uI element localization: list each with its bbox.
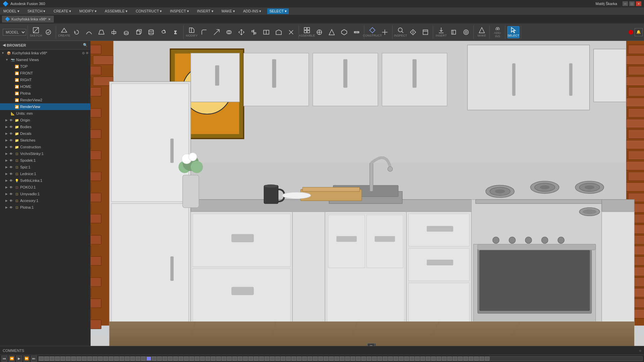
timeline-item[interactable] <box>351 357 355 361</box>
timeline-item[interactable] <box>286 357 291 361</box>
split-body-button[interactable] <box>260 26 272 38</box>
timeline-item[interactable] <box>388 357 393 361</box>
sweep-button[interactable] <box>83 26 95 38</box>
coil-button[interactable] <box>157 26 170 38</box>
press-pull-button[interactable]: MODIFY <box>186 26 198 38</box>
sidebar-item-origin[interactable]: ▶ 👁 📁 Origin <box>0 117 90 123</box>
timeline-item[interactable] <box>222 357 226 361</box>
menu-addins[interactable]: ADD-INS ▾ <box>241 8 263 14</box>
sidebar-item-decals[interactable]: ▶ 👁 📁 Decals <box>0 130 90 137</box>
cylinder-button[interactable] <box>145 26 157 38</box>
menu-insert[interactable]: INSERT ▾ <box>195 8 216 14</box>
box-button[interactable] <box>133 26 145 38</box>
timeline-item[interactable] <box>447 357 452 361</box>
sidebar-item-renderview2[interactable]: 🎦 RenderView2 <box>0 97 90 103</box>
timeline-item[interactable] <box>50 357 54 361</box>
timeline-track[interactable] <box>38 356 643 361</box>
timeline-item[interactable] <box>479 357 484 361</box>
finish-sketch-button[interactable] <box>42 26 54 38</box>
timeline-item[interactable] <box>211 357 216 361</box>
timeline-item[interactable] <box>270 357 275 361</box>
timeline-prev-button[interactable]: ⏪ <box>9 356 15 362</box>
timeline-item[interactable] <box>329 357 334 361</box>
timeline-item[interactable] <box>259 357 264 361</box>
sidebar-item-bodies[interactable]: ▶ 👁 📁 Bodies <box>0 123 90 130</box>
timeline-item[interactable] <box>71 357 76 361</box>
timeline-item[interactable] <box>120 357 124 361</box>
timeline-item[interactable] <box>431 357 436 361</box>
construct-t2[interactable] <box>379 26 391 38</box>
delete-button[interactable] <box>285 26 297 38</box>
timeline-item[interactable] <box>248 357 253 361</box>
menu-construct[interactable]: CONSTRUCT ▾ <box>134 8 164 14</box>
timeline-item[interactable] <box>39 357 44 361</box>
assemble-t5[interactable] <box>351 26 363 38</box>
addins-button[interactable]: ADD-INS <box>492 26 504 38</box>
timeline-next-button[interactable]: ⏩ <box>24 356 30 362</box>
hole-button[interactable] <box>120 26 132 38</box>
comments-expand-button[interactable]: ○ <box>639 349 641 353</box>
sidebar-item-plotna1[interactable]: ▶ 👁 ⊡ Plotna:1 <box>0 204 90 211</box>
maximize-button[interactable]: □ <box>629 1 635 6</box>
timeline-item[interactable] <box>141 357 146 361</box>
sidebar-item-plotna-view[interactable]: 🎦 Plotna <box>0 90 90 97</box>
timeline-item[interactable] <box>93 357 97 361</box>
make-button[interactable]: MAKE <box>476 26 488 38</box>
timeline-item[interactable] <box>243 357 248 361</box>
menu-make[interactable]: MAKE ▾ <box>220 8 237 14</box>
timeline-item[interactable] <box>60 357 65 361</box>
sidebar-item-pokoj[interactable]: ▶ 👁 ⊡ POKOJ:1 <box>0 184 90 191</box>
timeline-item[interactable] <box>152 357 156 361</box>
sidebar-item-umyvadlo[interactable]: ▶ 👁 ⊡ Umyvadlo:1 <box>0 191 90 197</box>
close-button[interactable]: ✕ <box>636 1 641 6</box>
fillet-button[interactable] <box>198 26 210 38</box>
timeline-item[interactable] <box>200 357 205 361</box>
browser-content[interactable]: ▼ 📦 Kuchyňská linka v98* ⚙ 👁 ▼ 📷 Named V… <box>0 50 90 346</box>
timeline-item[interactable] <box>291 357 296 361</box>
menu-assemble[interactable]: ASSEMBLE ▾ <box>103 8 130 14</box>
timeline-item[interactable] <box>377 357 382 361</box>
timeline-item[interactable] <box>254 357 259 361</box>
sidebar-item-lednice[interactable]: ▶ 👁 ⊡ Lednice:1 <box>0 170 90 177</box>
insert-t2[interactable] <box>448 26 460 38</box>
timeline-end-button[interactable]: ⏭ <box>31 356 37 362</box>
timeline-item[interactable] <box>458 357 463 361</box>
timeline-item[interactable] <box>195 357 199 361</box>
sketch-button[interactable]: SKETCH <box>30 26 42 38</box>
sidebar-item-accesory[interactable]: ▶ 👁 ⊡ Accesory:1 <box>0 197 90 204</box>
timeline-item[interactable] <box>415 357 420 361</box>
timeline-item[interactable] <box>265 357 269 361</box>
timeline-item[interactable] <box>184 357 189 361</box>
timeline-item[interactable] <box>87 357 92 361</box>
timeline-item[interactable] <box>324 357 328 361</box>
timeline-item[interactable] <box>216 357 221 361</box>
timeline-item[interactable] <box>114 357 119 361</box>
select-button[interactable]: SELECT <box>507 26 519 38</box>
rib-button[interactable] <box>108 26 120 38</box>
timeline-item[interactable] <box>420 357 425 361</box>
menu-inspect[interactable]: INSPECT ▾ <box>168 8 191 14</box>
assemble-button[interactable]: ASSEMBLE <box>301 26 313 38</box>
root-visibility-icon[interactable]: 👁 <box>86 51 89 55</box>
tab-close-button[interactable]: ✕ <box>48 17 51 21</box>
notification-button[interactable]: 🔔 <box>635 28 643 36</box>
timeline-item[interactable] <box>146 357 151 361</box>
replace-face-button[interactable] <box>273 26 285 38</box>
timeline-item[interactable] <box>82 357 87 361</box>
minimize-button[interactable]: ─ <box>623 1 628 6</box>
sidebar-item-right[interactable]: 🎦 RIGHT <box>0 76 90 83</box>
timeline-item[interactable] <box>453 357 457 361</box>
timeline-item[interactable] <box>485 357 490 361</box>
align-button[interactable] <box>248 26 260 38</box>
assemble-t2[interactable] <box>313 26 325 38</box>
menu-create[interactable]: CREATE ▾ <box>51 8 73 14</box>
timeline-item[interactable] <box>227 357 232 361</box>
sigma-button[interactable]: Σ <box>170 26 182 38</box>
timeline-item[interactable] <box>77 357 81 361</box>
timeline-item[interactable] <box>173 357 178 361</box>
sidebar-item-spodek[interactable]: ▶ 👁 ⊡ Spodek:1 <box>0 157 90 164</box>
timeline-item[interactable] <box>436 357 441 361</box>
inspect-button[interactable]: INSPECT <box>395 26 407 38</box>
timeline-item[interactable] <box>318 357 323 361</box>
timeline-item[interactable] <box>361 357 366 361</box>
